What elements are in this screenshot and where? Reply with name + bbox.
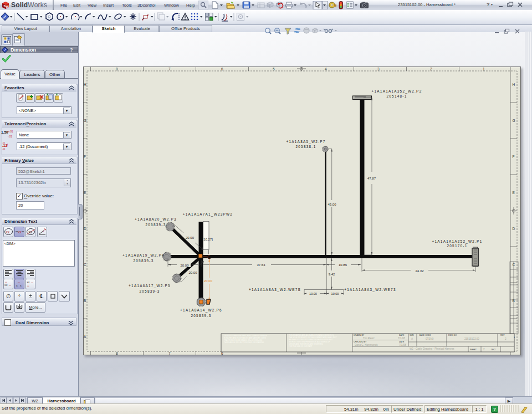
svg-text:D: D [84,227,86,231]
svg-text:↔: ↔ [27,284,30,287]
svg-text:G: G [513,119,515,122]
svg-text:F: F [84,155,86,159]
svg-text:DATE: DATE [399,341,405,343]
svg-text:xx: xx [18,230,22,234]
svg-text:24.32: 24.32 [415,269,424,273]
svg-text:20.00: 20.00 [186,236,195,239]
svg-text:1: 1 [483,67,485,71]
svg-text:xx: xx [29,230,33,234]
svg-text:6: 6 [221,67,223,71]
svg-text:7: 7 [168,67,171,71]
svg-text:E: E [513,191,515,195]
svg-text:C: C [84,263,86,267]
svg-text:+1A1A8A20_W2.P3: +1A1A8A20_W2.P3 [135,217,177,222]
svg-text:7: 7 [168,351,171,355]
svg-text:G: G [84,119,86,122]
svg-text:+1A1A8A14_W2.P6: +1A1A8A14_W2.P6 [180,308,222,313]
svg-text:+1A1A1A1A252_W2.P1: +1A1A1A1A252_W2.P1 [432,239,483,244]
svg-text:+1A1A8A19_W2.P4: +1A1A8A19_W2.P4 [122,253,165,258]
svg-text:+1A1A6A17_W2.P5: +1A1A6A17_W2.P5 [129,284,171,288]
svg-text:SHEET: SHEET [470,349,477,351]
svg-text:DRAWN BY: DRAWN BY [354,334,365,336]
svg-text:xx: xx [6,230,10,234]
svg-text:8: 8 [116,67,118,71]
svg-text:47.87: 47.87 [367,177,376,180]
svg-text:0TSN0: 0TSN0 [426,338,434,340]
svg-text:A: A [84,335,86,339]
svg-text:H: H [513,83,515,86]
svg-text:7/1/08: 7/1/08 [399,344,406,346]
svg-text:↔: ↔ [30,280,34,284]
svg-text:SIZE: SIZE [410,334,415,336]
svg-text:REV: REV [500,334,505,336]
svg-text:OF 2: OF 2 [491,349,495,351]
svg-text:5: 5 [273,67,275,71]
svg-text:THIRD ANGLE PROJECTION USED ON: THIRD ANGLE PROJECTION USED ON DRAWING [224,341,264,344]
svg-text:10.86: 10.86 [339,263,347,267]
svg-text:10.00: 10.00 [309,292,317,295]
svg-text:205170-1: 205170-1 [447,244,467,248]
svg-text:Dana C. Hammonds: Dana C. Hammonds [355,344,378,346]
svg-text:[10.27]: [10.27] [203,238,213,241]
svg-text:+1A1A1A8A3_W2.WE7S: +1A1A1A8A3_W2.WE7S [249,288,301,292]
svg-text:↔: ↔ [8,283,12,287]
svg-text:W2 - Cable Drawing - Physical: W2 - Cable Drawing - Physical Harness [410,347,454,350]
svg-text:205839-3: 205839-3 [191,314,211,318]
svg-text:+1A1A8A5_W2.P7: +1A1A8A5_W2.P7 [287,140,326,144]
svg-text:37.64: 37.64 [257,263,265,267]
svg-text:Tim Raatz: Tim Raatz [363,337,375,340]
svg-text:D: D [513,227,515,231]
svg-text:205838-1: 205838-1 [295,145,316,149]
svg-text:W: W [6,5,9,8]
svg-text:CHECKED BY: CHECKED BY [354,341,367,343]
svg-text:205839-3: 205839-3 [133,259,154,263]
svg-text:10.00: 10.00 [331,292,339,295]
svg-text:x: x [16,284,18,287]
svg-text:H: H [84,83,86,86]
svg-text:+1A1A1A8A3_W2.WE73: +1A1A1A8A3_W2.WE73 [344,288,396,292]
svg-text:20.00: 20.00 [180,264,189,267]
svg-text:E: E [84,191,86,195]
svg-text:F: F [513,155,515,159]
svg-text:3: 3 [377,67,380,71]
svg-text:CAGE CODE: CAGE CODE [419,334,431,336]
svg-text:2: 2 [483,348,485,351]
svg-text:7/1/08: 7/1/08 [398,337,405,340]
svg-text:23515102.00: 23515102.00 [464,338,479,340]
svg-text:xx: xx [4,283,8,287]
svg-text:20.00: 20.00 [204,279,213,283]
svg-text:2: 2 [430,67,432,71]
svg-text:FOR THE USE OF OUR PART: FOR THE USE OF OUR PART [289,345,313,347]
svg-text:+1A1A1A1A352_W2.P2: +1A1A1A1A352_W2.P2 [372,89,422,94]
svg-text:4: 4 [325,67,327,71]
svg-text:205839-3: 205839-3 [139,289,160,293]
svg-text:x: x [20,284,22,287]
svg-text:205839-3: 205839-3 [145,223,166,227]
svg-text:DWG NO: DWG NO [448,334,457,336]
svg-text:DATE: DATE [399,334,405,336]
svg-text:B: B [513,299,515,303]
svg-text:205148-1: 205148-1 [386,94,407,98]
svg-text:8: 8 [116,351,118,355]
svg-text:43.00: 43.00 [328,203,336,206]
svg-text:20.00: 20.00 [188,271,197,274]
svg-text:B: B [84,299,86,303]
svg-text:2: 2 [505,338,507,340]
svg-text:+1A1A1A7A1_W23PW2: +1A1A1A7A1_W23PW2 [183,212,233,217]
svg-text:9.42: 9.42 [329,273,335,276]
